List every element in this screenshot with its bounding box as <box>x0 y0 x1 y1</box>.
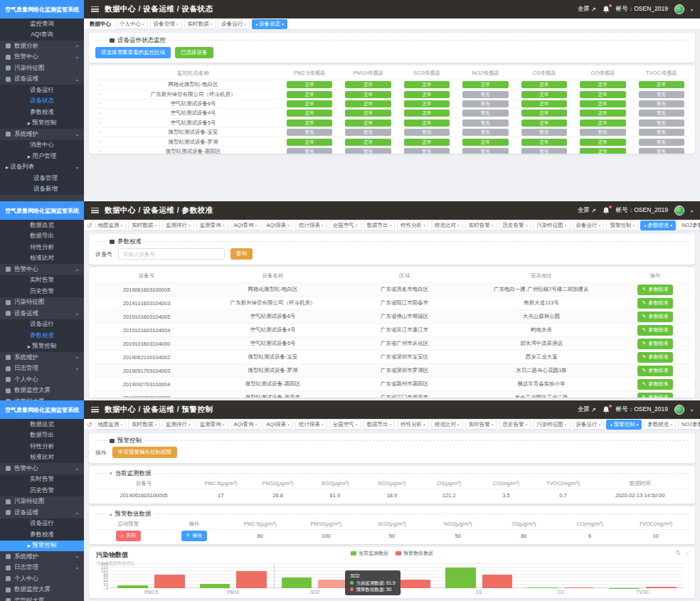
sidebar-item[interactable]: 污染特征图 <box>0 63 84 74</box>
tab[interactable]: 校准比对▾ <box>431 420 463 430</box>
sidebar-item[interactable]: 个人中心 <box>0 573 84 585</box>
calibrate-button[interactable]: ✎参数校准 <box>637 366 674 376</box>
tab[interactable]: 全国空气▾ <box>329 420 361 430</box>
tab[interactable]: 监测查询▾ <box>196 420 228 430</box>
sidebar-item[interactable]: 数据导出 <box>0 231 84 243</box>
row-expand-icon[interactable]: › <box>93 148 106 154</box>
tab[interactable]: 设备运行▾ <box>573 220 605 230</box>
legend-item[interactable]: 预警数值数据 <box>396 550 433 557</box>
fullscreen-button[interactable]: 全屏↗ <box>578 206 596 215</box>
device-no-input[interactable] <box>118 248 225 260</box>
tab[interactable]: 设备运行▾ <box>573 420 605 430</box>
calibrate-button[interactable]: ✎参数校准 <box>637 379 674 390</box>
sidebar-item[interactable]: 实时告警 <box>0 275 84 287</box>
sidebar-item[interactable]: 参数校准 <box>0 107 84 118</box>
collapse-caret-icon[interactable]: ▾ <box>110 471 112 477</box>
tab[interactable]: AQI报表▾ <box>262 420 293 430</box>
refresh-icon[interactable]: ↻ <box>676 550 681 556</box>
avatar[interactable] <box>674 206 684 216</box>
tab[interactable]: 设备运行▾ <box>218 19 250 29</box>
tab[interactable]: 实时数据▾ <box>128 420 160 430</box>
tab[interactable]: NO2参数校准▾ <box>678 220 700 230</box>
menu-toggle-icon[interactable] <box>91 407 99 413</box>
tab[interactable]: 监测排行▾ <box>162 220 194 230</box>
tab[interactable]: 实时告警▾ <box>465 420 497 430</box>
sidebar-item[interactable]: 监控查询 <box>0 18 84 30</box>
sidebar-item[interactable]: 数据总览 <box>0 419 84 430</box>
tab[interactable]: 监测排行▾ <box>162 420 194 430</box>
tab[interactable]: 数据中心 <box>87 20 114 28</box>
user-menu-caret-icon[interactable]: ▾ <box>691 208 693 213</box>
menu-toggle-icon[interactable] <box>91 6 99 12</box>
sidebar-item[interactable]: 特性分析 <box>0 242 84 253</box>
sidebar-item[interactable]: 历史告警 <box>0 485 84 496</box>
tab[interactable]: 历史告警▾ <box>499 220 531 230</box>
notifications-icon[interactable] <box>603 6 610 14</box>
row-expand-icon[interactable]: › <box>93 129 106 136</box>
fullscreen-button[interactable]: 全屏↗ <box>578 5 596 14</box>
sidebar-item[interactable]: 设备运行 <box>0 85 84 96</box>
close-warning-button[interactable]: ×关闭 <box>116 531 141 541</box>
sidebar-item[interactable]: 污染特征图 <box>0 496 84 508</box>
selected-device-button[interactable]: 已选择设备 <box>175 47 213 58</box>
tab[interactable]: ●设备状态▾ <box>252 19 287 29</box>
tab[interactable]: 设备管理▾ <box>150 19 182 29</box>
row-expand-icon[interactable]: › <box>93 91 106 97</box>
tab[interactable]: 数据导出▾ <box>364 420 396 430</box>
row-expand-icon[interactable]: › <box>93 139 106 145</box>
calibrate-button[interactable]: ✎参数校准 <box>637 298 674 309</box>
tab[interactable]: AQI查询▾ <box>230 420 261 430</box>
tab[interactable]: 全国空气▾ <box>329 220 361 230</box>
tab[interactable]: 统计报表▾ <box>295 420 327 430</box>
sidebar-item[interactable]: 监管端大屏 <box>0 595 84 601</box>
tab[interactable]: ●参数校准▾ <box>640 220 676 230</box>
tab[interactable]: 污染特征图▾ <box>533 420 570 430</box>
avatar[interactable] <box>674 4 684 14</box>
calibrate-button[interactable]: ✎参数校准 <box>637 393 674 398</box>
menu-toggle-icon[interactable] <box>91 208 99 213</box>
sidebar-item[interactable]: 日志管理▾ <box>0 363 84 375</box>
tab-scroll-icon[interactable]: ↺ <box>87 222 92 229</box>
sidebar-item[interactable]: 设备新增 <box>0 184 84 196</box>
sidebar-item[interactable]: 数据监控大屏 <box>0 585 84 596</box>
sidebar-item[interactable]: 告警中心▾ <box>0 52 84 63</box>
tab[interactable]: 个人中心▾ <box>116 19 148 29</box>
sidebar-item[interactable]: 数据导出 <box>0 430 84 442</box>
sidebar-item[interactable]: 污染特征图 <box>0 297 84 309</box>
tab[interactable]: NO2参数校准▾ <box>678 420 700 430</box>
fullscreen-button[interactable]: 全屏↗ <box>578 405 596 414</box>
query-button[interactable]: 查询 <box>230 248 253 260</box>
sidebar-item[interactable]: 校准比对 <box>0 452 84 464</box>
tab[interactable]: 实时数据▾ <box>184 19 216 29</box>
tab[interactable]: 实时数据▾ <box>128 220 160 230</box>
tab[interactable]: 地图监测▾ <box>95 220 127 230</box>
sidebar-item[interactable]: 告警中心▴ <box>0 463 84 474</box>
sidebar-item[interactable]: 日志管理▾ <box>0 563 84 574</box>
sidebar-item[interactable]: 参数校准 <box>0 330 84 341</box>
sidebar-item[interactable]: 设备运维▴ <box>0 74 84 85</box>
sidebar-item[interactable]: AQI查询 <box>0 30 84 41</box>
sidebar-item[interactable]: ▸预警控制 <box>0 341 84 353</box>
sidebar-item[interactable]: 历史告警 <box>0 286 84 297</box>
sidebar-item[interactable]: 设备状态 <box>0 96 84 107</box>
avatar[interactable] <box>674 405 684 415</box>
tab[interactable]: 数据导出▾ <box>364 220 396 230</box>
calibrate-button[interactable]: ✎参数校准 <box>637 325 674 336</box>
tab[interactable]: ●预警控制▾ <box>606 420 642 430</box>
tab[interactable]: 校准比对▾ <box>431 220 463 230</box>
row-expand-icon[interactable]: › <box>93 110 106 117</box>
download-icon[interactable]: ↓ <box>685 550 688 556</box>
calibrate-button[interactable]: ✎参数校准 <box>637 339 674 349</box>
collapse-caret-icon[interactable]: ▴ <box>110 511 112 517</box>
tab[interactable]: AQI报表▾ <box>262 220 293 230</box>
sidebar-item[interactable]: 系统维护▾ <box>0 551 84 563</box>
sidebar-item[interactable]: 实时告警 <box>0 474 84 486</box>
row-expand-icon[interactable]: › <box>93 100 106 107</box>
tab[interactable]: 地图监测▾ <box>95 420 127 430</box>
sidebar-item[interactable]: 参数校准 <box>0 529 84 541</box>
sidebar-item[interactable]: ▸预警控制 <box>0 541 84 552</box>
sidebar-item[interactable]: ▸用户管理 <box>0 151 84 162</box>
sidebar-item[interactable]: 设备运行 <box>0 319 84 331</box>
sidebar-item[interactable]: 数据总览 <box>0 220 84 231</box>
user-menu-caret-icon[interactable]: ▾ <box>691 7 693 12</box>
